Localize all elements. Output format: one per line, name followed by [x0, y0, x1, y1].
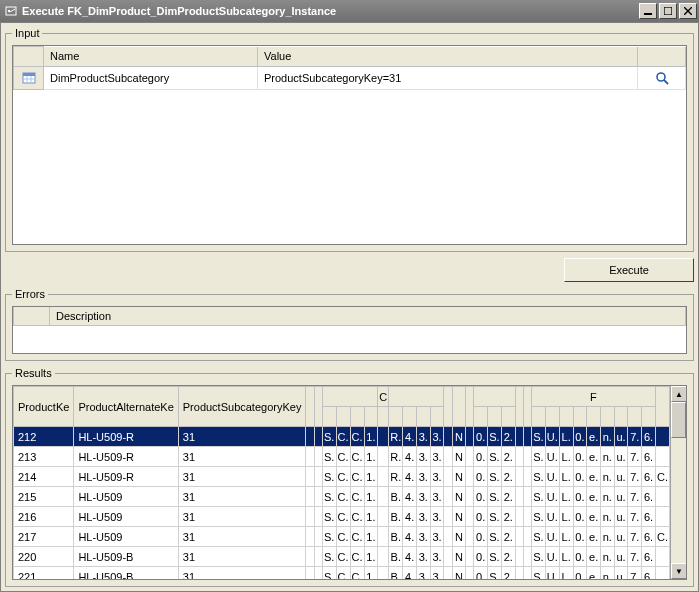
table-cell[interactable]: S.	[531, 507, 545, 527]
table-cell[interactable]: 2.	[501, 427, 515, 447]
results-subcol-c[interactable]	[322, 407, 336, 427]
results-subcol-u[interactable]	[545, 407, 559, 427]
table-cell[interactable]: 7.	[628, 507, 642, 527]
table-cell[interactable]	[444, 447, 452, 467]
table-cell[interactable]: HL-U509-R	[74, 447, 178, 467]
table-row[interactable]: 217HL-U50931S.C.C.1.B.4.3.3.N0.S.2.S.U.L…	[14, 527, 670, 547]
table-cell[interactable]: e.	[587, 467, 601, 487]
table-cell[interactable]: L.	[559, 487, 573, 507]
table-cell[interactable]	[655, 487, 669, 507]
close-button[interactable]	[679, 3, 697, 19]
table-cell[interactable]: HL-U509-R	[74, 427, 178, 447]
table-cell[interactable]: 0.	[573, 427, 587, 447]
lookup-button[interactable]	[644, 70, 679, 86]
table-cell[interactable]: S.	[322, 527, 336, 547]
results-vertical-scrollbar[interactable]: ▲ ▼	[670, 386, 686, 579]
table-cell[interactable]: N	[452, 567, 466, 580]
table-cell[interactable]	[466, 467, 474, 487]
table-cell[interactable]: S.	[531, 527, 545, 547]
table-cell[interactable]: 4.	[403, 567, 417, 580]
table-cell[interactable]: 31	[178, 447, 306, 467]
results-subcol-e[interactable]	[350, 407, 364, 427]
table-cell[interactable]: 3.	[416, 527, 430, 547]
table-cell[interactable]: 214	[14, 467, 74, 487]
results-colgroup-3[interactable]	[474, 387, 515, 407]
table-cell[interactable]: S.	[322, 507, 336, 527]
table-cell[interactable]: N	[452, 527, 466, 547]
table-cell[interactable]: B.	[389, 487, 403, 507]
table-cell[interactable]	[378, 467, 389, 487]
table-cell[interactable]	[444, 507, 452, 527]
results-col-m[interactable]	[452, 387, 466, 427]
table-cell[interactable]: L.	[559, 567, 573, 580]
table-cell[interactable]: 0.	[474, 527, 488, 547]
table-row[interactable]: 221HL-U509-B31S.C.C.1.B.4.3.3.N0.S.2.S.U…	[14, 567, 670, 580]
table-cell[interactable]	[314, 467, 322, 487]
table-cell[interactable]: U.	[545, 487, 559, 507]
table-cell[interactable]: 2.	[501, 547, 515, 567]
table-cell[interactable]: C.	[336, 527, 350, 547]
table-cell[interactable]: C.	[350, 567, 364, 580]
table-cell[interactable]: 1.	[364, 527, 378, 547]
table-row[interactable]: 216HL-U50931S.C.C.1.B.4.3.3.N0.S.2.S.U.L…	[14, 507, 670, 527]
table-cell[interactable]: u.	[614, 427, 628, 447]
table-cell[interactable]	[515, 527, 523, 547]
table-cell[interactable]: n.	[600, 427, 614, 447]
results-subcol-z[interactable]	[614, 407, 628, 427]
input-cell-value[interactable]: ProductSubcategoryKey=31	[258, 67, 638, 90]
table-cell[interactable]: 6.	[642, 527, 656, 547]
table-cell[interactable]	[523, 567, 531, 580]
table-cell[interactable]: 7.	[628, 427, 642, 447]
table-cell[interactable]: R.	[389, 467, 403, 487]
errors-col-description[interactable]: Description	[50, 307, 686, 326]
table-cell[interactable]: C.	[336, 507, 350, 527]
table-cell[interactable]: 0.	[573, 527, 587, 547]
results-col-blank-s[interactable]	[523, 387, 531, 427]
table-cell[interactable]	[523, 507, 531, 527]
table-cell[interactable]: u.	[614, 447, 628, 467]
table-cell[interactable]: S.	[487, 567, 501, 580]
table-cell[interactable]: e.	[587, 527, 601, 547]
table-cell[interactable]: 0.	[474, 567, 488, 580]
table-cell[interactable]: C.	[350, 547, 364, 567]
table-cell[interactable]: S.	[531, 467, 545, 487]
results-subcol-x[interactable]	[587, 407, 601, 427]
table-cell[interactable]: 31	[178, 527, 306, 547]
table-cell[interactable]: 3.	[416, 447, 430, 467]
input-grid[interactable]: Name Value DimProductSubcategory Product…	[12, 45, 687, 245]
table-cell[interactable]: S.	[322, 467, 336, 487]
table-cell[interactable]: S.	[322, 427, 336, 447]
table-cell[interactable]: 2.	[501, 527, 515, 547]
table-row[interactable]: 215HL-U50931S.C.C.1.B.4.3.3.N0.S.2.S.U.L…	[14, 487, 670, 507]
table-cell[interactable]	[306, 527, 314, 547]
table-cell[interactable]: 3.	[416, 547, 430, 567]
results-subcol-y[interactable]	[600, 407, 614, 427]
table-cell[interactable]: S.	[531, 547, 545, 567]
results-col-blank-r[interactable]	[515, 387, 523, 427]
table-cell[interactable]	[314, 527, 322, 547]
results-colgroup-1[interactable]	[322, 387, 378, 407]
table-cell[interactable]	[515, 487, 523, 507]
table-cell[interactable]	[378, 567, 389, 580]
table-cell[interactable]: L.	[559, 467, 573, 487]
table-cell[interactable]: C.	[350, 507, 364, 527]
table-cell[interactable]: 2.	[501, 467, 515, 487]
table-cell[interactable]: C.	[655, 527, 669, 547]
results-subcol-o[interactable]	[474, 407, 488, 427]
table-cell[interactable]: 7.	[628, 547, 642, 567]
errors-grid[interactable]: Description	[12, 306, 687, 354]
table-cell[interactable]: 1.	[364, 467, 378, 487]
table-cell[interactable]: n.	[600, 447, 614, 467]
table-cell[interactable]: 4.	[403, 427, 417, 447]
table-cell[interactable]: 3.	[416, 427, 430, 447]
results-subcol-k[interactable]	[430, 407, 444, 427]
table-cell[interactable]	[306, 487, 314, 507]
table-cell[interactable]: 0.	[474, 547, 488, 567]
table-cell[interactable]: 6.	[642, 567, 656, 580]
table-cell[interactable]: L.	[559, 427, 573, 447]
table-cell[interactable]: U.	[545, 507, 559, 527]
table-cell[interactable]: 6.	[642, 427, 656, 447]
table-cell[interactable]: 6.	[642, 547, 656, 567]
table-cell[interactable]: 0.	[474, 487, 488, 507]
title-bar[interactable]: Execute FK_DimProduct_DimProductSubcateg…	[0, 0, 699, 22]
